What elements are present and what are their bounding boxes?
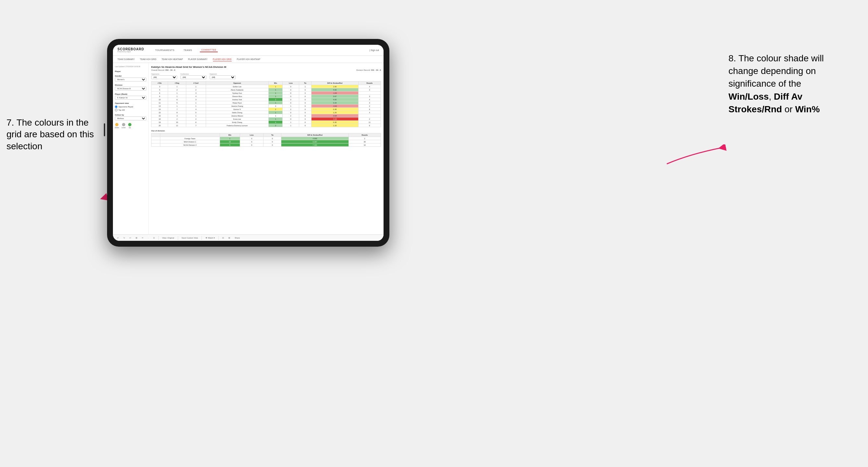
out-table-row: NAIA Division 1 15 0 0 9.267 30 [152, 140, 381, 144]
cell-conf: 1 [186, 104, 206, 108]
cell-tie: 0 [299, 104, 311, 108]
toolbar-dot[interactable]: · [147, 237, 150, 239]
cell-opponent: Emily Chang [206, 121, 268, 124]
cell-opponent: Andrea York [206, 98, 268, 101]
col-loss: Loss [283, 82, 299, 85]
toolbar-layout2[interactable]: ⊞ [227, 236, 231, 239]
sub-nav-team-h2h-heatmap[interactable]: TEAM H2H HEATMAP [162, 57, 183, 61]
cell-reg: 1 [168, 95, 186, 98]
sidebar-division-select[interactable]: NCAA Division III [115, 87, 146, 91]
radio-top100[interactable]: Top 100 [115, 109, 146, 111]
cell-diff: 4.00 [311, 98, 359, 101]
overall-record: Overall Record: 353 - 34 - 6 [151, 69, 175, 71]
table-header-row: # Div # Reg # Conf Opponent Win Loss Tie… [152, 82, 381, 85]
sub-nav-player-summary[interactable]: PLAYER SUMMARY [188, 57, 208, 61]
sidebar-rank-select[interactable]: 8. Katelyn Vo [115, 96, 146, 100]
col-div: # Div [152, 82, 168, 85]
toolbar-back[interactable]: ↩ [128, 236, 132, 239]
out-cell-win: 1 [220, 137, 240, 140]
sub-nav-team-summary[interactable]: TEAM SUMMARY [118, 57, 135, 61]
radio-top100-input[interactable] [115, 109, 118, 111]
col-reg: # Reg [168, 82, 186, 85]
cell-div: 18 [152, 118, 168, 121]
cell-win: 1 [268, 92, 283, 95]
sidebar-colour-section: Colour by Win/loss [115, 114, 146, 120]
sub-nav-team-h2h-grid[interactable]: TEAM H2H GRID [140, 57, 156, 61]
nav-tournaments[interactable]: TOURNAMENTS [154, 49, 176, 52]
cell-div: 20 [152, 124, 168, 127]
division-record: Division Record: 331 - 34 - 6 [356, 69, 381, 71]
sidebar-rank-label: Player (Rank) [115, 93, 146, 95]
cell-div: 15 [152, 111, 168, 114]
cell-loss: 1 [283, 121, 299, 124]
sidebar-gender-select[interactable]: Women's [115, 77, 146, 82]
filter-conference-label: Conference [180, 73, 206, 75]
cell-loss: 0 [283, 88, 299, 92]
table-row: 3 1 1 Esther Lee 1 0 1 1.50 4 [152, 85, 381, 88]
toolbar-grid[interactable]: ⊞ [135, 236, 138, 239]
cell-win: 1 [268, 101, 283, 104]
cell-win: 1 [268, 85, 283, 88]
out-cell-empty [152, 137, 160, 140]
toolbar-undo[interactable]: ↩ [116, 236, 120, 239]
cell-opponent: Sydney Kuo [206, 92, 268, 95]
radio-opponents-input[interactable] [115, 105, 118, 108]
cell-conf: 5 [186, 111, 206, 114]
cell-reg: 2 [168, 118, 186, 121]
sub-nav-player-h2h-grid[interactable]: PLAYER H2H GRID [213, 57, 232, 61]
nav-committee[interactable]: COMMITTEE [200, 48, 218, 52]
toolbar-share[interactable]: Share [234, 237, 241, 239]
cell-tie: 0 [299, 95, 311, 98]
app-logo-sub: Powered by clippd [118, 51, 144, 53]
sidebar-division-section: Division NCAA Division III [115, 84, 146, 91]
cell-diff: 0.38 [311, 108, 359, 111]
radio-opponents-played[interactable]: Opponents Played [115, 105, 146, 108]
cell-opponent: Stella Cheng [206, 111, 268, 114]
toolbar-view-original[interactable]: View: Original [161, 237, 175, 239]
filter-conference-select[interactable]: (All) [180, 75, 206, 79]
toolbar-redo[interactable]: ↪ [122, 236, 126, 239]
toolbar-target[interactable]: ⊙ [152, 236, 156, 239]
colour-legend: Down Level Up [115, 123, 146, 128]
cell-diff: 0.30 [311, 121, 359, 124]
cell-loss: 0 [283, 85, 299, 88]
cell-conf: 1 [186, 85, 206, 88]
toolbar-watch[interactable]: 👁 Watch ▾ [205, 236, 216, 239]
cell-diff: 3.33 [311, 101, 359, 104]
cell-diff: 1.50 [311, 85, 359, 88]
cell-loss: 0 [283, 118, 299, 121]
bottom-toolbar: ↩ ↪ ↩ ⊞ ✂ · ⊙ View: Original Save Custom… [113, 234, 383, 241]
toolbar-cut[interactable]: ✂ [141, 236, 145, 239]
cell-loss: 0 [283, 92, 299, 95]
sub-nav-player-h2h-heatmap[interactable]: PLAYER H2H HEATMAP [237, 57, 260, 61]
nav-teams[interactable]: TEAMS [182, 49, 194, 52]
cell-tie: 0 [299, 98, 311, 101]
filter-opponents-select[interactable]: (All) [151, 75, 177, 79]
filter-opponent-select[interactable]: (All) [210, 75, 236, 79]
sidebar-colour-select[interactable]: Win/loss [115, 117, 146, 120]
colour-up-circle [128, 123, 131, 126]
sidebar-player-label: Player [115, 70, 146, 72]
sidebar-radio-group: Opponents Played Top 100 [115, 105, 146, 111]
cell-rounds: 9 [358, 108, 381, 111]
out-col-diff: Diff Av Strokes/Rnd [281, 133, 349, 137]
toolbar-divider-2 [178, 236, 178, 240]
filter-opponent-group: Opponent (All) [210, 73, 236, 79]
out-table-body: Foreign Team 1 0 0 4.500 2 NAIA Division… [152, 137, 381, 147]
col-conf: # Conf [186, 82, 206, 85]
cell-diff: -5.00 [311, 118, 359, 121]
cell-div: 5 [152, 88, 168, 92]
toolbar-save-custom[interactable]: Save Custom View [181, 237, 199, 239]
out-cell-tie: 0 [264, 140, 281, 144]
table-row: 20 11 7 Federica Domecq Lacroze 2 1 0 1.… [152, 124, 381, 127]
cell-loss: 1 [283, 104, 299, 108]
toolbar-layout1[interactable]: ⊡ [221, 236, 225, 239]
out-cell-empty [152, 140, 160, 144]
cell-tie: 0 [299, 118, 311, 121]
grid-area: Katelyn Vo Head-to-Head Grid for Women's… [149, 63, 383, 234]
sign-out-link[interactable]: | Sign out [370, 49, 379, 51]
colour-down-circle [115, 123, 118, 126]
colour-level: Level [122, 123, 126, 128]
out-cell-opponent: NCAA Division 2 [160, 144, 220, 147]
out-col-rounds: Rounds [348, 133, 381, 137]
